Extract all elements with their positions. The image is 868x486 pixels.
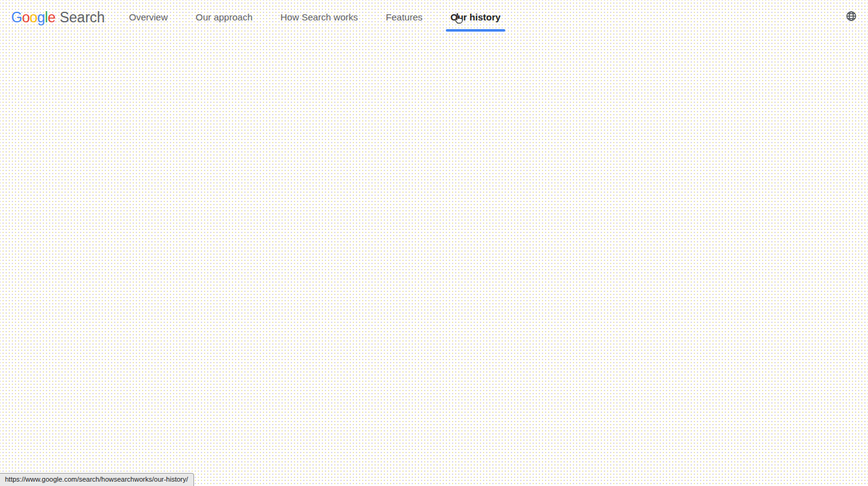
- logo-product-label: Search: [60, 9, 105, 26]
- nav-item-our-history[interactable]: Our history: [451, 12, 501, 23]
- google-search-logo[interactable]: Google Search: [11, 0, 105, 35]
- active-tab-underline: [446, 29, 506, 32]
- nav-item-label: Our history: [451, 12, 501, 22]
- top-nav-header: Google Search Overview Our approach How …: [0, 0, 868, 35]
- nav-item-overview[interactable]: Overview: [129, 12, 168, 23]
- nav-item-our-approach[interactable]: Our approach: [196, 12, 253, 23]
- primary-nav: Overview Our approach How Search works F…: [129, 0, 500, 35]
- nav-item-how-search-works[interactable]: How Search works: [280, 12, 358, 23]
- google-logo-wordmark: Google: [11, 9, 55, 26]
- language-globe-button[interactable]: [846, 11, 857, 22]
- page: Google Search Overview Our approach How …: [0, 0, 868, 486]
- globe-icon: [846, 14, 857, 24]
- link-target-status-bar: https://www.google.com/search/howsearchw…: [0, 473, 194, 486]
- nav-item-features[interactable]: Features: [386, 12, 422, 23]
